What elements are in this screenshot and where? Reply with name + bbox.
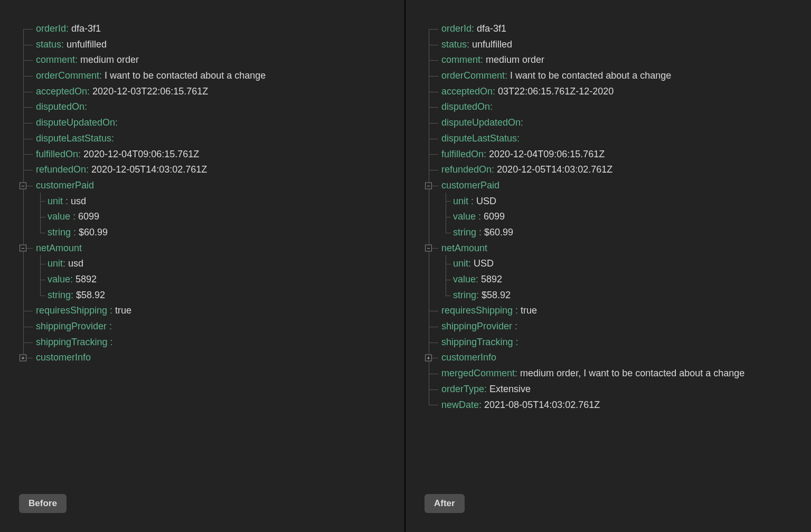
field-key: newDate: xyxy=(441,400,482,410)
field-value: dfa-3f1 xyxy=(477,23,506,34)
field-key: status: xyxy=(36,39,64,50)
tree-row: shippingTracking : xyxy=(425,335,795,350)
tree-row: orderType: Extensive xyxy=(425,382,795,397)
tree-row: orderComment: I want to be contacted abo… xyxy=(425,68,795,84)
field-key: orderComment: xyxy=(441,70,507,81)
tree-row: shippingProvider : xyxy=(19,319,390,335)
field-key: netAmount xyxy=(441,243,487,253)
tree-row: netAmount xyxy=(19,241,390,256)
tree-row: fulfilledOn: 2020-12-04T09:06:15.761Z xyxy=(425,147,795,163)
tree-row: status: unfulfilled xyxy=(19,37,390,53)
field-key: netAmount xyxy=(36,243,82,253)
field-key: value : xyxy=(453,211,481,222)
tree-row: comment: medium order xyxy=(425,52,795,68)
tree-row: disputeLastStatus: xyxy=(425,131,795,147)
field-key: requiresShipping : xyxy=(36,305,112,316)
field-value: $58.92 xyxy=(482,290,511,300)
field-key: value : xyxy=(48,211,76,222)
field-key: disputeUpdatedOn: xyxy=(36,117,118,128)
field-key: orderType: xyxy=(441,384,487,394)
after-tree: orderId: dfa-3f1status: unfulfilledcomme… xyxy=(425,21,795,413)
tree-row: newDate: 2021-08-05T14:03:02.761Z xyxy=(425,397,795,413)
field-value: usd xyxy=(71,196,86,206)
field-value: 5892 xyxy=(76,274,97,284)
collapse-icon[interactable] xyxy=(425,182,432,189)
tree-row: refundedOn: 2020-12-05T14:03:02.761Z xyxy=(425,162,795,178)
field-key: disputedOn: xyxy=(441,101,493,112)
field-value: $58.92 xyxy=(76,290,105,300)
tree-row: string : $60.99 xyxy=(19,225,390,241)
tree-row: customerInfo xyxy=(425,350,795,366)
field-key: customerInfo xyxy=(36,352,91,363)
field-key: orderComment: xyxy=(36,70,102,81)
expand-icon[interactable] xyxy=(20,355,26,362)
field-key: value: xyxy=(48,274,73,284)
tree-row: unit : USD xyxy=(425,194,795,210)
field-key: disputeUpdatedOn: xyxy=(441,117,523,128)
field-key: customerPaid xyxy=(36,180,94,191)
before-tree: orderId: dfa-3f1status: unfulfilledcomme… xyxy=(19,21,390,366)
field-value: 03T22:06:15.761Z-12-2020 xyxy=(498,86,614,97)
field-value: medium order xyxy=(80,54,139,65)
tree-row: disputeUpdatedOn: xyxy=(19,115,390,131)
collapse-icon[interactable] xyxy=(20,182,26,189)
tree-row: comment: medium order xyxy=(19,52,390,68)
field-value: $60.99 xyxy=(484,227,513,238)
field-key: shippingProvider : xyxy=(441,321,517,331)
field-value: 2021-08-05T14:03:02.761Z xyxy=(484,400,600,410)
tree-row: value : 6099 xyxy=(425,209,795,225)
collapse-icon[interactable] xyxy=(425,245,432,252)
field-key: requiresShipping : xyxy=(441,305,518,316)
diff-view: orderId: dfa-3f1status: unfulfilledcomme… xyxy=(0,0,811,532)
expand-icon[interactable] xyxy=(425,355,432,362)
field-value: true xyxy=(521,305,537,316)
field-value: 6099 xyxy=(484,211,505,222)
field-key: orderId: xyxy=(441,23,474,34)
tree-row: value : 6099 xyxy=(19,209,390,225)
field-value: I want to be contacted about a change xyxy=(105,70,266,81)
tree-row: orderId: dfa-3f1 xyxy=(425,21,795,37)
field-key: customerInfo xyxy=(441,352,496,363)
field-value: unfulfilled xyxy=(67,39,107,50)
field-key: comment: xyxy=(441,54,483,65)
field-key: unit : xyxy=(453,196,474,206)
field-key: acceptedOn: xyxy=(36,86,90,97)
after-pane: orderId: dfa-3f1status: unfulfilledcomme… xyxy=(406,0,811,532)
field-value: USD xyxy=(476,196,496,206)
field-key: unit: xyxy=(48,258,65,269)
field-value: unfulfilled xyxy=(472,39,512,50)
field-key: refundedOn: xyxy=(441,164,494,175)
field-value: dfa-3f1 xyxy=(71,23,101,34)
tree-row: disputedOn: xyxy=(425,99,795,115)
tree-row: unit: usd xyxy=(19,256,390,272)
tree-row: requiresShipping : true xyxy=(19,303,390,319)
tree-row: disputeUpdatedOn: xyxy=(425,115,795,131)
field-value: Extensive xyxy=(489,384,531,394)
field-key: orderId: xyxy=(36,23,69,34)
field-key: mergedComment: xyxy=(441,368,517,378)
before-label: Before xyxy=(19,494,67,513)
tree-row: fulfilledOn: 2020-12-04T09:06:15.761Z xyxy=(19,147,390,163)
field-key: comment: xyxy=(36,54,78,65)
tree-row: orderId: dfa-3f1 xyxy=(19,21,390,37)
field-value: 2020-12-05T14:03:02.761Z xyxy=(497,164,612,175)
field-value: 2020-12-04T09:06:15.761Z xyxy=(489,149,605,159)
tree-row: unit: USD xyxy=(425,256,795,272)
field-value: $60.99 xyxy=(79,227,108,238)
field-key: string: xyxy=(453,290,479,300)
field-key: disputeLastStatus: xyxy=(36,133,114,144)
tree-row: string : $60.99 xyxy=(425,225,795,241)
tree-row: mergedComment: medium order, I want to b… xyxy=(425,366,795,382)
field-key: shippingTracking : xyxy=(36,337,112,347)
field-value: 2020-12-03T22:06:15.761Z xyxy=(92,86,208,97)
tree-row: string: $58.92 xyxy=(19,288,390,303)
field-key: shippingTracking : xyxy=(441,337,518,347)
field-key: refundedOn: xyxy=(36,164,89,175)
tree-row: status: unfulfilled xyxy=(425,37,795,53)
tree-row: acceptedOn: 03T22:06:15.761Z-12-2020 xyxy=(425,84,795,100)
after-label: After xyxy=(425,494,465,513)
tree-row: shippingProvider : xyxy=(425,319,795,335)
field-value: true xyxy=(115,305,131,316)
collapse-icon[interactable] xyxy=(20,245,26,252)
field-value: USD xyxy=(474,258,494,269)
